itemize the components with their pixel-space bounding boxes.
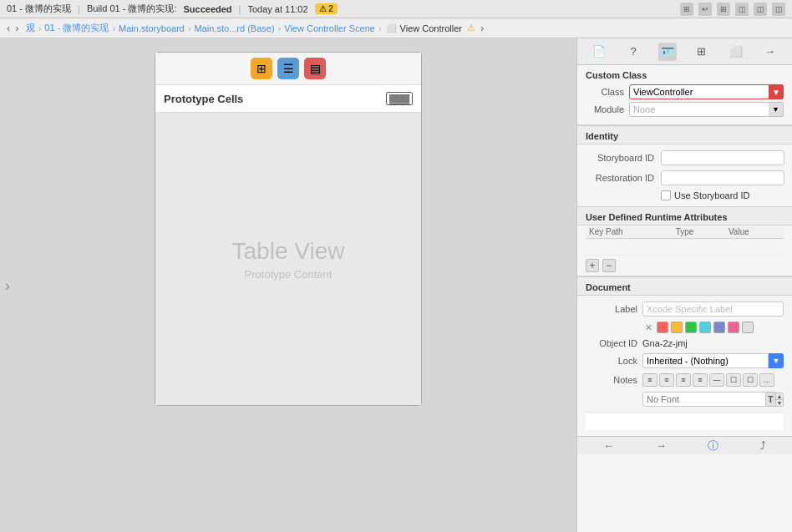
vc-card: ⊞ ☰ ▤ Prototype Cells ▓▓▓ Table View Pro… <box>155 52 422 406</box>
project-name: 01 - 微博的实现 <box>7 3 71 15</box>
module-select[interactable]: None <box>629 102 769 117</box>
swatch-gray[interactable] <box>742 322 754 333</box>
breadcrumb-expand-btn[interactable]: › <box>479 22 485 34</box>
swatch-green[interactable] <box>685 322 697 333</box>
storyboard-id-row: Storyboard ID <box>577 148 792 168</box>
lock-select-wrap: Inherited - (Nothing) ▼ <box>642 353 784 368</box>
notes-align-left-btn[interactable]: ≡ <box>642 373 657 387</box>
restoration-id-row: Restoration ID <box>577 168 792 188</box>
notes-label: Notes <box>586 375 642 385</box>
use-storyboard-label: Use Storyboard ID <box>674 190 749 200</box>
notes-align-center-btn[interactable]: ≡ <box>659 373 674 387</box>
object-id-row: Object ID Gna-2z-jmj <box>577 336 792 351</box>
swatch-yellow[interactable] <box>671 322 683 333</box>
document-section-header: Document <box>577 276 792 296</box>
doc-label-label: Label <box>586 304 642 314</box>
breadcrumb-root[interactable]: 观 <box>26 22 35 34</box>
class-dropdown-arrow[interactable]: ▼ <box>769 84 784 99</box>
toolbar-btn-red[interactable]: ▤ <box>304 58 326 79</box>
main-layout: › ⊞ ☰ ▤ Prototype Cells ▓▓▓ Table View P… <box>0 38 792 532</box>
breadcrumb-project[interactable]: 01 - 微博的实现 <box>44 22 109 34</box>
notes-align-right-btn[interactable]: ≡ <box>676 373 691 387</box>
navigator-btn[interactable]: ◫ <box>735 3 749 16</box>
inspector-btn[interactable]: ◫ <box>772 3 785 16</box>
inspector-tab-attributes[interactable]: ⊞ <box>693 43 711 61</box>
inspector-tab-identity[interactable]: 🪪 <box>658 43 677 61</box>
notes-toolbar: ≡ ≡ ≡ ≡ — ☐ ☐ … <box>642 373 774 387</box>
swatch-cyan[interactable] <box>699 322 711 333</box>
inspector-tab-quickhelp[interactable]: ? <box>624 43 642 61</box>
breadcrumb-main-storyboard[interactable]: Main.storyboard <box>119 23 185 33</box>
restoration-id-label: Restoration ID <box>586 173 661 183</box>
version-editor-btn[interactable]: ⊞ <box>717 3 730 16</box>
swatch-pink[interactable] <box>728 322 739 333</box>
debug-btn[interactable]: ◫ <box>754 3 767 16</box>
doc-label-input[interactable] <box>642 301 784 317</box>
nav-arrow-left[interactable]: › <box>5 276 10 294</box>
breadcrumb-next-btn[interactable]: › <box>13 22 20 34</box>
toolbar-btn-blue[interactable]: ☰ <box>277 58 299 79</box>
inspector-tab-file[interactable]: 📄 <box>590 43 608 61</box>
table-view-label: Table View <box>232 238 345 265</box>
lock-select-arrow[interactable]: ▼ <box>769 353 784 368</box>
assistant-editor-btn[interactable]: ↩ <box>698 3 712 16</box>
breadcrumb-vc[interactable]: View Controller <box>400 23 462 33</box>
prototype-header: Prototype Cells ▓▓▓ <box>155 85 421 113</box>
runtime-add-btn[interactable]: + <box>586 259 599 272</box>
object-id-label: Object ID <box>586 338 642 348</box>
identity-section-header: Identity <box>577 125 792 144</box>
prototype-content-label: Prototype Content <box>245 268 333 281</box>
notes-align-justify-btn[interactable]: ≡ <box>693 373 708 387</box>
restoration-id-input[interactable] <box>661 170 784 185</box>
font-size-down-btn[interactable]: ▼ <box>776 400 783 406</box>
breadcrumb-prev-btn[interactable]: ‹ <box>5 22 12 34</box>
bottom-toolbar: ← → ⓘ ⤴ <box>577 436 792 454</box>
font-size-up-btn[interactable]: ▲ <box>776 393 783 400</box>
build-label: Build 01 - 微博的实现: <box>87 3 177 15</box>
build-timestamp: Today at 11:02 <box>247 4 307 14</box>
toolbar-btn-orange[interactable]: ⊞ <box>251 58 272 79</box>
storyboard-id-input[interactable] <box>661 150 784 165</box>
module-label: Module <box>586 104 629 114</box>
lock-select[interactable]: Inherited - (Nothing) <box>642 353 769 368</box>
module-row: Module None ▼ <box>586 102 784 117</box>
runtime-add-row: + − <box>577 256 792 276</box>
bottom-share-btn[interactable]: ⤴ <box>757 439 769 452</box>
inspector-tab-size[interactable]: ⬜ <box>727 43 745 61</box>
runtime-col-value: Value <box>725 225 784 239</box>
build-status: Succeeded <box>183 4 231 14</box>
module-select-arrow[interactable]: ▼ <box>769 102 784 117</box>
bottom-back-btn[interactable]: ← <box>600 439 617 452</box>
breadcrumb-vc-scene[interactable]: View Controller Scene <box>284 23 375 33</box>
class-input[interactable] <box>629 84 784 99</box>
runtime-remove-btn[interactable]: − <box>602 259 616 272</box>
font-T-btn[interactable]: T <box>766 392 776 407</box>
breadcrumb-storyboard-base[interactable]: Main.sto...rd (Base) <box>195 23 275 33</box>
use-storyboard-row: Use Storyboard ID <box>577 188 792 203</box>
editor-toggle-btn[interactable]: ⊞ <box>680 3 693 16</box>
doc-label-row: Label <box>577 299 792 319</box>
extra-row <box>586 412 784 430</box>
notes-table-btn[interactable]: ☐ <box>743 373 758 387</box>
inspector-toolbar: 📄 ? 🪪 ⊞ ⬜ → <box>577 38 792 65</box>
warning-badge[interactable]: ⚠ 2 <box>315 3 338 14</box>
bottom-info-btn[interactable]: ⓘ <box>704 438 722 453</box>
swatch-red[interactable] <box>657 322 668 333</box>
swatch-purple[interactable] <box>713 322 725 333</box>
table-view-area: Table View Prototype Content <box>155 113 421 405</box>
runtime-attr-section-header: User Defined Runtime Attributes <box>577 206 792 225</box>
inspector-tab-connections[interactable]: → <box>761 43 779 61</box>
breadcrumb-warning-icon: ⚠ <box>467 23 475 33</box>
notes-list-btn[interactable]: ☐ <box>726 373 741 387</box>
font-input[interactable] <box>642 392 766 407</box>
notes-more-btn[interactable]: … <box>759 373 774 387</box>
title-sep2: | <box>239 4 241 14</box>
class-row: Class ▼ <box>586 84 784 99</box>
swatch-clear-btn[interactable]: ✕ <box>645 322 652 333</box>
identity-section: Storyboard ID Restoration ID Use Storybo… <box>577 144 792 206</box>
bottom-forward-btn[interactable]: → <box>652 439 670 452</box>
notes-hr-btn[interactable]: — <box>709 373 724 387</box>
module-select-wrapper: None ▼ <box>629 102 784 117</box>
class-input-wrapper: ▼ <box>629 84 784 99</box>
use-storyboard-checkbox[interactable] <box>661 190 671 200</box>
